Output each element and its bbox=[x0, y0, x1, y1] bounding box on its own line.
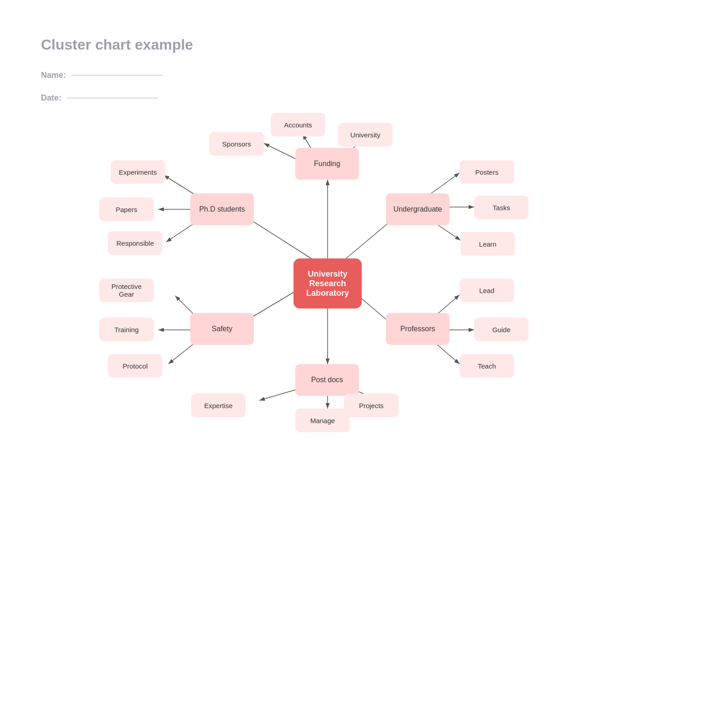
node-sponsors: Sponsors bbox=[209, 132, 264, 156]
node-expertise: Expertise bbox=[191, 394, 246, 417]
node-professors: Professors bbox=[386, 313, 450, 345]
name-input-line bbox=[71, 75, 162, 76]
name-field-row: Name: bbox=[41, 71, 162, 80]
node-protocol: Protocol bbox=[108, 354, 162, 378]
page-title: Cluster chart example bbox=[41, 36, 193, 53]
node-projects: Projects bbox=[344, 394, 399, 417]
node-accounts: Accounts bbox=[271, 113, 325, 136]
node-funding: Funding bbox=[295, 148, 359, 180]
node-experiments: Experiments bbox=[111, 160, 165, 184]
node-center: University Research Laboratory bbox=[293, 258, 362, 308]
node-responsible: Responsible bbox=[108, 231, 162, 255]
node-training: Training bbox=[99, 318, 154, 341]
node-undergraduate: Undergraduate bbox=[386, 193, 450, 225]
node-protective-gear: Protective Gear bbox=[99, 278, 154, 302]
date-field-row: Date: bbox=[41, 93, 158, 103]
node-learn: Learn bbox=[460, 232, 515, 256]
node-lead: Lead bbox=[460, 278, 514, 302]
node-safety: Safety bbox=[190, 313, 254, 345]
date-label: Date: bbox=[41, 93, 61, 103]
node-papers: Papers bbox=[99, 197, 154, 221]
node-university: University bbox=[338, 123, 393, 147]
node-posters: Posters bbox=[460, 160, 514, 184]
node-teach: Teach bbox=[460, 354, 514, 378]
node-manage: Manage bbox=[295, 409, 350, 432]
node-postdocs: Post docs bbox=[295, 364, 359, 396]
date-input-line bbox=[67, 98, 158, 98]
node-tasks: Tasks bbox=[474, 196, 529, 219]
node-phd: Ph.D students bbox=[190, 193, 254, 225]
name-label: Name: bbox=[41, 71, 66, 80]
node-guide: Guide bbox=[474, 318, 529, 341]
